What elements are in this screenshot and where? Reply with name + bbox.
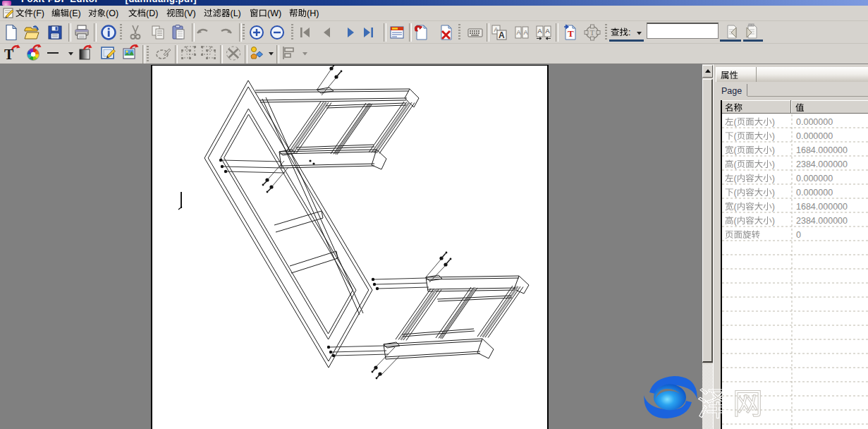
svg-text:0.000000: 0.000000 bbox=[796, 117, 833, 127]
svg-text:): ) bbox=[772, 145, 775, 155]
svg-text:0.000000: 0.000000 bbox=[796, 174, 833, 183]
svg-text:): ) bbox=[772, 202, 775, 212]
svg-text:(F): (F) bbox=[33, 8, 44, 18]
svg-text:(L): (L) bbox=[231, 8, 241, 18]
svg-text:0.000000: 0.000000 bbox=[796, 188, 833, 198]
svg-text:0: 0 bbox=[796, 230, 801, 240]
svg-text:1684.000000: 1684.000000 bbox=[796, 202, 848, 212]
svg-text:(: ( bbox=[734, 131, 738, 141]
svg-text:(: ( bbox=[734, 117, 738, 127]
svg-text:(E): (E) bbox=[69, 8, 81, 18]
svg-text:(: ( bbox=[734, 145, 738, 155]
svg-text:0.000000: 0.000000 bbox=[796, 131, 833, 141]
svg-text:(W): (W) bbox=[267, 8, 281, 18]
svg-text:(V): (V) bbox=[184, 8, 196, 18]
svg-text:): ) bbox=[772, 174, 775, 183]
svg-text:(: ( bbox=[734, 159, 738, 169]
svg-text:): ) bbox=[772, 117, 775, 127]
svg-text:1684.000000: 1684.000000 bbox=[796, 145, 848, 155]
svg-text:2384.000000: 2384.000000 bbox=[796, 159, 848, 169]
svg-text:): ) bbox=[772, 131, 775, 141]
svg-text:(: ( bbox=[734, 188, 738, 198]
svg-text:(: ( bbox=[734, 174, 738, 183]
svg-text::: : bbox=[628, 28, 630, 37]
svg-text:Page: Page bbox=[721, 86, 742, 96]
svg-text:): ) bbox=[772, 216, 775, 226]
svg-text:): ) bbox=[772, 188, 775, 198]
svg-text:(: ( bbox=[734, 216, 738, 226]
svg-text:(H): (H) bbox=[307, 8, 319, 18]
svg-text:(D): (D) bbox=[146, 8, 158, 18]
svg-text:): ) bbox=[772, 159, 775, 169]
svg-text:2384.000000: 2384.000000 bbox=[796, 216, 848, 226]
svg-text:(O): (O) bbox=[106, 8, 118, 18]
svg-text:(: ( bbox=[734, 202, 738, 212]
